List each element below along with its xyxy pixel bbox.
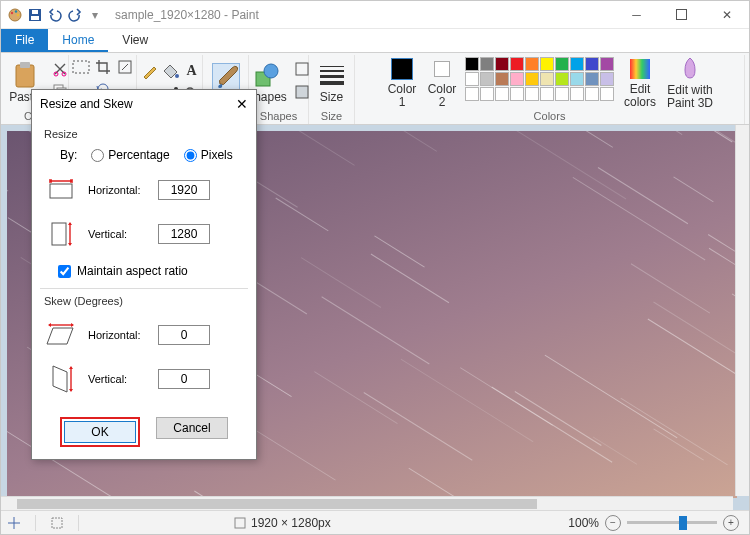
color1-button[interactable]: Color 1 bbox=[385, 57, 419, 109]
palette-color[interactable] bbox=[555, 87, 569, 101]
palette-color[interactable] bbox=[510, 87, 524, 101]
skew-h-label: Horizontal: bbox=[88, 329, 148, 341]
size-button[interactable]: Size bbox=[311, 57, 353, 109]
pencil-tool[interactable] bbox=[140, 61, 160, 81]
maximize-button[interactable] bbox=[659, 1, 704, 29]
resize-tool[interactable] bbox=[115, 57, 135, 77]
scrollbar-horizontal[interactable] bbox=[1, 496, 733, 510]
ok-button[interactable]: OK bbox=[64, 421, 136, 443]
save-icon[interactable] bbox=[27, 7, 43, 23]
palette-color[interactable] bbox=[465, 87, 479, 101]
radio-percentage[interactable]: Percentage bbox=[91, 148, 169, 162]
skew-h-icon bbox=[44, 322, 78, 348]
window-title: sample_1920×1280 - Paint bbox=[109, 8, 259, 22]
palette-color[interactable] bbox=[600, 72, 614, 86]
paint3d-label: Edit with Paint 3D bbox=[667, 84, 713, 110]
svg-point-3 bbox=[17, 13, 19, 15]
crop-tool[interactable] bbox=[93, 57, 113, 77]
shapes-group-label: Shapes bbox=[249, 110, 308, 122]
palette-color[interactable] bbox=[540, 87, 554, 101]
svg-rect-24 bbox=[630, 59, 650, 79]
cancel-button[interactable]: Cancel bbox=[156, 417, 228, 439]
edit-colors-button[interactable]: Edit colors bbox=[620, 57, 660, 109]
palette-color[interactable] bbox=[555, 57, 569, 71]
palette-color[interactable] bbox=[570, 57, 584, 71]
palette-color[interactable] bbox=[510, 72, 524, 86]
svg-marker-31 bbox=[68, 222, 72, 225]
zoom-out-button[interactable]: − bbox=[605, 515, 621, 531]
palette-color[interactable] bbox=[480, 87, 494, 101]
palette-color[interactable] bbox=[480, 72, 494, 86]
palette-color[interactable] bbox=[525, 87, 539, 101]
cursor-pos bbox=[1, 516, 27, 530]
tab-file[interactable]: File bbox=[1, 29, 48, 52]
paint3d-button[interactable]: Edit with Paint 3D bbox=[666, 57, 714, 109]
palette-color[interactable] bbox=[540, 72, 554, 86]
zoom-level: 100% bbox=[568, 516, 599, 530]
palette-color[interactable] bbox=[495, 72, 509, 86]
tab-view[interactable]: View bbox=[108, 29, 162, 52]
svg-rect-9 bbox=[20, 62, 30, 68]
skew-v-label: Vertical: bbox=[88, 373, 148, 385]
edit-colors-icon bbox=[626, 57, 654, 81]
svg-rect-30 bbox=[52, 223, 66, 245]
size-group-label: Size bbox=[309, 110, 354, 122]
qat-dropdown-icon[interactable]: ▾ bbox=[87, 7, 103, 23]
fill-tool[interactable] bbox=[161, 61, 181, 81]
resize-v-input[interactable] bbox=[158, 224, 210, 244]
color-palette[interactable] bbox=[465, 57, 614, 101]
size-label: Size bbox=[320, 91, 343, 104]
color2-button[interactable]: Color 2 bbox=[425, 57, 459, 109]
minimize-button[interactable]: ─ bbox=[614, 1, 659, 29]
palette-color[interactable] bbox=[570, 87, 584, 101]
select-tool[interactable] bbox=[71, 57, 91, 77]
svg-rect-7 bbox=[677, 10, 687, 20]
palette-color[interactable] bbox=[465, 72, 479, 86]
cut-icon[interactable] bbox=[50, 59, 70, 79]
svg-marker-35 bbox=[71, 323, 74, 327]
palette-color[interactable] bbox=[480, 57, 494, 71]
resize-h-input[interactable] bbox=[158, 180, 210, 200]
palette-color[interactable] bbox=[585, 72, 599, 86]
undo-icon[interactable] bbox=[47, 7, 63, 23]
palette-color[interactable] bbox=[600, 87, 614, 101]
status-bar: 1920 × 1280px 100% − + bbox=[1, 510, 749, 534]
palette-color[interactable] bbox=[525, 72, 539, 86]
palette-color[interactable] bbox=[540, 57, 554, 71]
palette-color[interactable] bbox=[495, 57, 509, 71]
zoom-in-button[interactable]: + bbox=[723, 515, 739, 531]
redo-icon[interactable] bbox=[67, 7, 83, 23]
svg-rect-8 bbox=[16, 65, 34, 87]
palette-color[interactable] bbox=[510, 57, 524, 71]
radio-pixels[interactable]: Pixels bbox=[184, 148, 233, 162]
svg-rect-27 bbox=[50, 184, 72, 198]
selection-size bbox=[44, 516, 70, 530]
zoom-slider[interactable] bbox=[627, 521, 717, 524]
palette-color[interactable] bbox=[495, 87, 509, 101]
scrollbar-vertical[interactable] bbox=[735, 125, 749, 496]
palette-color[interactable] bbox=[570, 72, 584, 86]
aspect-ratio-checkbox[interactable]: Maintain aspect ratio bbox=[44, 256, 244, 282]
close-button[interactable]: ✕ bbox=[704, 1, 749, 29]
by-label: By: bbox=[60, 148, 77, 162]
palette-color[interactable] bbox=[585, 87, 599, 101]
palette-color[interactable] bbox=[555, 72, 569, 86]
edit-colors-label: Edit colors bbox=[624, 83, 656, 109]
svg-marker-33 bbox=[47, 328, 73, 344]
palette-color[interactable] bbox=[465, 57, 479, 71]
text-tool[interactable]: A bbox=[182, 61, 202, 81]
palette-color[interactable] bbox=[525, 57, 539, 71]
svg-rect-22 bbox=[296, 63, 308, 75]
svg-marker-34 bbox=[48, 323, 51, 327]
tab-home[interactable]: Home bbox=[48, 29, 108, 52]
palette-color[interactable] bbox=[585, 57, 599, 71]
skew-v-input[interactable] bbox=[158, 369, 210, 389]
skew-h-input[interactable] bbox=[158, 325, 210, 345]
color1-label: Color 1 bbox=[388, 83, 417, 109]
svg-point-21 bbox=[264, 64, 278, 78]
palette-color[interactable] bbox=[600, 57, 614, 71]
canvas-size-text: 1920 × 1280px bbox=[251, 516, 331, 530]
svg-rect-14 bbox=[73, 61, 89, 73]
size-icon bbox=[318, 61, 346, 89]
dialog-close-button[interactable]: ✕ bbox=[236, 96, 248, 112]
